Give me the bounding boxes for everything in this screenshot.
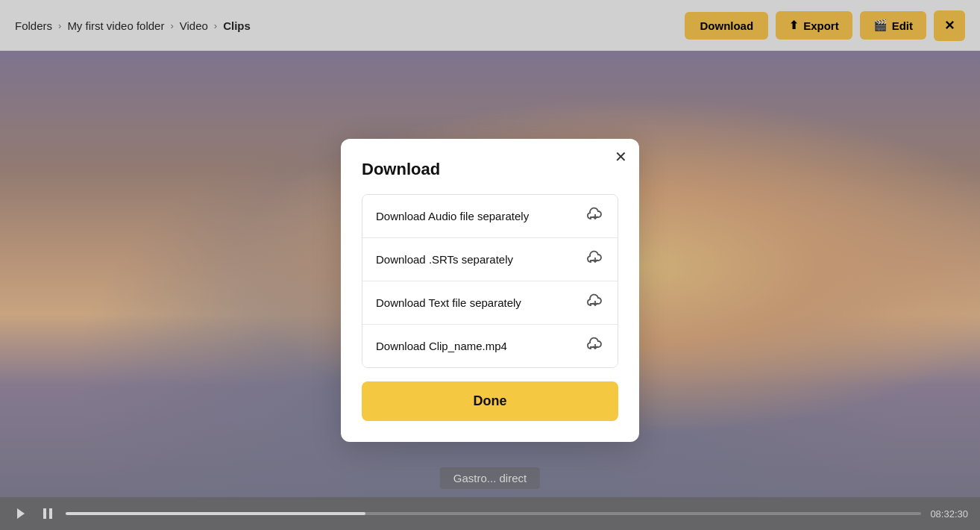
breadcrumb: Folders › My first video folder › Video … [15, 19, 251, 32]
done-button[interactable]: Done [362, 381, 618, 421]
edit-label: Edit [892, 19, 913, 32]
download-item-clip[interactable]: Download Clip_name.mp4 [362, 325, 618, 367]
close-top-button[interactable]: ✕ [934, 10, 965, 41]
breadcrumb-folders[interactable]: Folders [15, 19, 52, 32]
export-icon: ⬆ [789, 19, 799, 32]
top-actions: Download ⬆ Export 🎬 Edit ✕ [685, 10, 965, 41]
top-bar: Folders › My first video folder › Video … [0, 0, 980, 51]
breadcrumb-clips[interactable]: Clips [223, 19, 251, 32]
download-item-srts[interactable]: Download .SRTs separately [362, 238, 618, 281]
download-clip-label: Download Clip_name.mp4 [376, 340, 507, 352]
edit-icon: 🎬 [873, 19, 888, 32]
modal-overlay: ✕ Download Download Audio file separatel… [0, 51, 980, 530]
cloud-download-text-icon [586, 293, 604, 312]
export-button[interactable]: ⬆ Export [776, 11, 852, 40]
download-item-text[interactable]: Download Text file separately [362, 281, 618, 325]
breadcrumb-video[interactable]: Video [180, 19, 208, 32]
video-area: Gastro... direct 08:32:30 ✕ Download Dow… [0, 51, 980, 530]
modal-close-button[interactable]: ✕ [615, 149, 627, 164]
download-item-audio[interactable]: Download Audio file separately [362, 195, 618, 238]
breadcrumb-sep-3: › [214, 20, 217, 31]
cloud-download-srts-icon [586, 250, 604, 269]
cloud-download-audio-icon [586, 207, 604, 225]
download-button[interactable]: Download [685, 12, 768, 40]
breadcrumb-sep-2: › [170, 20, 173, 31]
download-srts-label: Download .SRTs separately [376, 253, 513, 266]
download-text-label: Download Text file separately [376, 296, 521, 309]
download-audio-label: Download Audio file separately [376, 210, 529, 222]
cloud-download-clip-icon [586, 337, 604, 355]
edit-button[interactable]: 🎬 Edit [860, 11, 926, 40]
breadcrumb-sep-1: › [58, 20, 61, 31]
download-list: Download Audio file separately Download … [362, 194, 618, 368]
download-modal: ✕ Download Download Audio file separatel… [341, 139, 639, 442]
export-label: Export [803, 19, 839, 32]
breadcrumb-my-folder[interactable]: My first video folder [67, 19, 164, 32]
modal-title: Download [362, 160, 618, 179]
